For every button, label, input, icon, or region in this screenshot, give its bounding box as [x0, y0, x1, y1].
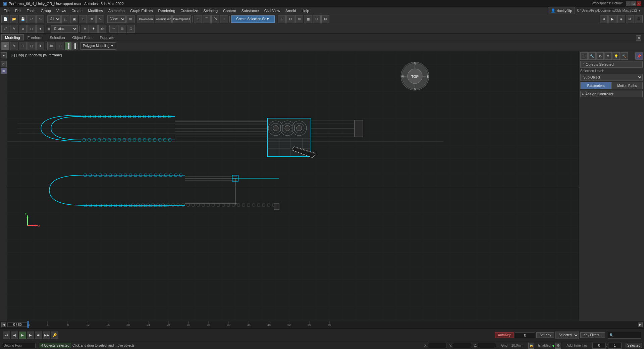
- key-filters-button[interactable]: Key Filters...: [580, 332, 605, 338]
- freeze-btn[interactable]: ❄: [81, 25, 89, 33]
- menu-help[interactable]: Help: [299, 8, 312, 13]
- timeline-scroll-right-btn[interactable]: ▶: [638, 322, 643, 327]
- coord-z-input[interactable]: [478, 343, 496, 348]
- close-button[interactable]: ✕: [637, 1, 641, 6]
- tab-freeform[interactable]: Freeform: [24, 34, 46, 41]
- time-input[interactable]: [592, 343, 606, 349]
- poly-tool-5[interactable]: ●: [36, 42, 44, 50]
- auto-key-button[interactable]: AutoKey: [495, 332, 514, 338]
- panel-display-btn[interactable]: ☉: [580, 52, 588, 60]
- isolate-btn[interactable]: ⊙: [98, 25, 106, 33]
- next-frame-button[interactable]: ▶: [27, 332, 34, 339]
- material-editor-button[interactable]: ◈: [617, 15, 625, 23]
- timeline-ruler[interactable]: 0 4 8 12 16 20 24 28 32: [28, 321, 637, 328]
- paint-btn-1[interactable]: 🖊: [1, 25, 9, 33]
- go-end-button[interactable]: ⏭: [35, 332, 42, 339]
- left-tool-1[interactable]: ◻: [1, 61, 7, 67]
- tool-6[interactable]: ⊠: [321, 15, 329, 23]
- menu-arnold[interactable]: Arnold: [283, 8, 299, 13]
- play-button[interactable]: ▶: [19, 332, 26, 339]
- undo-button[interactable]: ↩: [28, 15, 36, 23]
- tool-2[interactable]: ⊡: [286, 15, 294, 23]
- filter-dropdown[interactable]: All: [47, 15, 61, 23]
- view-dropdown[interactable]: View: [107, 15, 126, 23]
- anim-baker-button[interactable]: AnimBaker: [155, 15, 172, 23]
- settings-btn[interactable]: ⚙: [555, 343, 561, 349]
- tool-1[interactable]: ⊹: [278, 15, 286, 23]
- menu-edit[interactable]: Edit: [13, 8, 24, 13]
- search-input[interactable]: [608, 332, 641, 339]
- menu-views[interactable]: Views: [54, 8, 68, 13]
- menu-graph-editors[interactable]: Graph Editors: [128, 8, 155, 13]
- timeline-scroll-left-btn[interactable]: ◀: [1, 322, 6, 327]
- select-button[interactable]: ⬚: [61, 15, 69, 23]
- poly-tool-8[interactable]: ▐: [65, 42, 71, 50]
- polygon-modeling-dropdown[interactable]: Polygon Modeling ▼: [80, 42, 116, 50]
- panel-hierarchy-btn[interactable]: ⚙: [596, 52, 604, 60]
- scene-explorer-button[interactable]: 🗂: [626, 15, 634, 23]
- selected-dropdown[interactable]: Selected: [555, 332, 579, 339]
- paint-btn-2[interactable]: ✎: [10, 25, 18, 33]
- go-start-button[interactable]: ⏮: [3, 332, 10, 339]
- poly-tool-1[interactable]: ⊕: [1, 42, 9, 50]
- grid-snap-btn[interactable]: ⊞: [118, 25, 126, 33]
- poly-tool-7[interactable]: ⊟: [56, 42, 64, 50]
- panel-motion-btn[interactable]: ⟳: [604, 52, 612, 60]
- left-tool-play[interactable]: ▶: [1, 52, 7, 58]
- panel-lights-btn[interactable]: 💡: [612, 52, 620, 60]
- bake-anim-button[interactable]: BakeAnim: [138, 15, 154, 23]
- tab-populate[interactable]: Populate: [96, 34, 118, 41]
- move-button[interactable]: ✛: [79, 15, 87, 23]
- open-button[interactable]: 📂: [10, 15, 18, 23]
- coord-y-input[interactable]: [453, 343, 471, 348]
- play-anim-button[interactable]: ▶▶: [43, 332, 50, 339]
- left-tool-2[interactable]: ▦: [1, 68, 7, 74]
- menu-content[interactable]: Content: [221, 8, 238, 13]
- assign-controller-header[interactable]: ▶ Assign Controller: [580, 91, 643, 97]
- tool-5[interactable]: ⊟: [313, 15, 321, 23]
- prev-frame-button[interactable]: ◀: [11, 332, 18, 339]
- menu-create[interactable]: Create: [69, 8, 85, 13]
- poly-tool-2[interactable]: ✎: [10, 42, 18, 50]
- spinner-snap-button[interactable]: ↕: [220, 15, 228, 23]
- hide-btn[interactable]: 👁: [90, 25, 98, 33]
- coord-x-input[interactable]: [428, 343, 446, 348]
- menu-substance[interactable]: Substance: [239, 8, 261, 13]
- tool-4[interactable]: ▦: [304, 15, 312, 23]
- maximize-button[interactable]: □: [631, 1, 636, 6]
- redo-button[interactable]: ↪: [36, 15, 44, 23]
- render-button[interactable]: ▶: [608, 15, 616, 23]
- tab-config-btn[interactable]: ⚙: [636, 35, 641, 41]
- key-mode-button[interactable]: 🔑: [51, 332, 58, 339]
- lock-button[interactable]: 🔒: [528, 343, 534, 349]
- angle-snap-button[interactable]: ⌒: [203, 15, 211, 23]
- poly-tool-4[interactable]: ◻: [28, 42, 36, 50]
- create-selection-button[interactable]: Create Selection Se▼: [231, 15, 275, 23]
- menu-file[interactable]: File: [1, 8, 12, 13]
- tab-object-paint[interactable]: Object Paint: [69, 34, 96, 41]
- menu-modifiers[interactable]: Modifiers: [86, 8, 105, 13]
- tab-parameters[interactable]: Parameters: [580, 82, 611, 89]
- layer-manager-button[interactable]: ☰: [635, 15, 643, 23]
- tool-3[interactable]: ⊞: [295, 15, 303, 23]
- panel-modify-btn[interactable]: 🔧: [588, 52, 596, 60]
- select-region-button[interactable]: ▣: [70, 15, 78, 23]
- viewport-inner[interactable]: [+] [Top] [Standard] [Wireframe]: [7, 51, 579, 321]
- poly-tool-9[interactable]: ▐: [71, 42, 77, 50]
- sub-object-dropdown[interactable]: Sub-Object: [580, 74, 643, 81]
- menu-customize[interactable]: Customize: [178, 8, 200, 13]
- menu-animation[interactable]: Animation: [106, 8, 127, 13]
- tab-modeling[interactable]: Modeling: [1, 34, 24, 41]
- chains-dropdown[interactable]: Chains: [51, 25, 78, 33]
- poly-tool-6[interactable]: ⊞: [47, 42, 55, 50]
- panel-utilities-btn[interactable]: 🔨: [621, 52, 628, 60]
- set-key-button[interactable]: Set Key: [536, 332, 554, 338]
- menu-group[interactable]: Group: [38, 8, 53, 13]
- paint-btn-5[interactable]: ●: [36, 25, 44, 33]
- poly-tool-3[interactable]: ⊡: [19, 42, 27, 50]
- render-setup-button[interactable]: ⚙: [600, 15, 608, 23]
- vertex-snap-btn[interactable]: ⋯: [109, 25, 117, 33]
- save-button[interactable]: 💾: [19, 15, 27, 23]
- tab-motion-paths[interactable]: Motion Paths: [611, 82, 643, 89]
- path-display[interactable]: C:\Users\Filip\Documents\3ds Max 2022 ▼: [576, 9, 643, 12]
